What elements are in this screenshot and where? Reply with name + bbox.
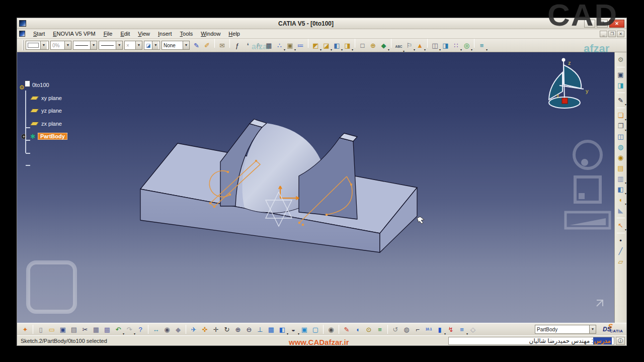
rotate-globe-icon[interactable]: ◍	[401, 324, 412, 334]
lock-update-icon[interactable]: ▣▾	[285, 41, 295, 50]
fit-all-in-icon[interactable]: ✜	[200, 324, 210, 334]
restore-button[interactable]: ❐	[597, 20, 608, 28]
line-weight-combo[interactable]: ▼	[73, 41, 97, 50]
annotation-text-icon[interactable]: ABC▾	[394, 42, 404, 52]
point-symbol-combo[interactable]: ×▼	[124, 41, 142, 50]
measure-between-icon[interactable]: ↔	[151, 324, 161, 334]
part-catalog-icon[interactable]: ▮▾	[435, 324, 445, 334]
tree-item-xy-plane[interactable]: xy plane	[30, 92, 67, 105]
doc-minimize-button[interactable]: _	[600, 31, 607, 37]
catalog-browser-icon[interactable]: ◨	[441, 41, 450, 50]
render-style-icon[interactable]: ◒▾	[288, 324, 298, 334]
copy-icon[interactable]: ▦	[91, 324, 101, 334]
snap-datum-icon[interactable]: ⌐	[413, 324, 423, 334]
list-options-icon[interactable]: ≡▾	[457, 324, 467, 334]
chevron-down-icon[interactable]: ▾	[625, 103, 626, 106]
material-grid-icon[interactable]: ∷▾	[451, 41, 461, 50]
paste-icon[interactable]: ▩	[102, 324, 112, 334]
chevron-down-icon[interactable]: ▾	[625, 192, 626, 195]
formula-fx-icon[interactable]: ƒ	[232, 41, 242, 50]
chevron-down-icon[interactable]: ▾	[486, 48, 488, 51]
text-note-icon[interactable]: A	[254, 41, 263, 50]
structure-tree-icon[interactable]: ∴▾	[275, 41, 284, 50]
tree-item-partbody[interactable]: + ✱ PartBody	[21, 130, 67, 143]
surface-analysis-icon[interactable]: ▲▾	[415, 41, 425, 50]
send-to-icon[interactable]: ✉	[217, 41, 227, 50]
render-mini-combo[interactable]: ◪▼	[144, 41, 160, 50]
chevron-down-icon[interactable]: ▼	[90, 41, 97, 49]
menu-edit[interactable]: Edit	[116, 30, 134, 37]
menu-start[interactable]: Start	[29, 30, 49, 37]
fill-color-combo[interactable]: ▼	[26, 41, 49, 50]
line-type-combo[interactable]: ▼	[99, 41, 123, 50]
paint-properties-icon[interactable]: ✎	[192, 41, 201, 50]
view-compass[interactable]: z y x	[549, 58, 589, 109]
pan-icon[interactable]: ✛	[211, 324, 221, 334]
relations-icon[interactable]: ≔	[296, 41, 305, 50]
focus-on-icon[interactable]: ◎▾	[462, 41, 471, 50]
menu-help[interactable]: Help	[224, 30, 244, 37]
tree-root-item[interactable]: ⚙ 0to100	[20, 78, 67, 92]
pad-surface-icon[interactable]: ❏▾	[616, 111, 625, 120]
chevron-down-icon[interactable]: ▾	[388, 48, 389, 51]
sew-surface-icon[interactable]: ◍	[616, 142, 625, 152]
chevron-down-icon[interactable]: ▾	[625, 202, 626, 206]
3d-viewport[interactable]: z y x	[17, 52, 614, 323]
multi-view-icon[interactable]: ▦	[266, 324, 276, 334]
menu-enovia-v5-vpm[interactable]: ENOVIA V5 VPM	[49, 30, 99, 37]
whats-this-help-icon[interactable]: ?	[135, 324, 145, 334]
active-body-combo[interactable]: PartBody ▼	[535, 325, 596, 334]
minimize-button[interactable]: —	[584, 20, 595, 28]
fly-mode-icon[interactable]: ✈	[189, 324, 199, 334]
pad-icon[interactable]: ▤	[616, 163, 625, 173]
normal-view-icon[interactable]: ⊥	[255, 324, 265, 334]
tree-item-zx-plane[interactable]: zx plane	[30, 117, 67, 130]
comment-icon[interactable]: ❛	[243, 41, 253, 50]
swap-visible-icon[interactable]: ≡	[375, 324, 385, 334]
chevron-down-icon[interactable]: ▾	[625, 128, 626, 132]
undo-icon[interactable]: ↶▾	[113, 324, 123, 334]
menu-view[interactable]: View	[134, 30, 154, 37]
plane-icon[interactable]: ▱	[616, 257, 625, 266]
print-icon[interactable]: ▤	[69, 324, 79, 334]
chevron-down-icon[interactable]: ▾	[471, 48, 472, 51]
update-gear-icon[interactable]: ⚙	[616, 55, 625, 64]
view-cube-iso-icon[interactable]: ◧▾	[332, 41, 342, 50]
window-view-icon[interactable]: ◨	[616, 80, 625, 90]
annotation-flag-icon[interactable]: ⚐▾	[405, 41, 414, 50]
view-cube-top-icon[interactable]: ◪▾	[321, 41, 331, 50]
select-arrow-icon[interactable]: ↖▾	[616, 221, 625, 230]
info-icon[interactable]: ⓘ	[616, 337, 625, 345]
zoom-out-icon[interactable]: ⊖	[244, 324, 254, 334]
screen-capture-icon[interactable]: ◉	[326, 324, 336, 334]
hole-icon[interactable]: ◉	[616, 153, 625, 162]
focus-3d-icon[interactable]: ⊙	[364, 324, 374, 334]
pen-analysis-icon[interactable]: ✎	[342, 324, 352, 334]
tree-item-yz-plane[interactable]: yz plane	[30, 105, 67, 118]
close-button[interactable]: ✕	[609, 20, 624, 28]
axis-target-icon[interactable]: ⊕	[368, 41, 378, 50]
shaded-solid-icon[interactable]: ◆▾	[379, 41, 388, 50]
view-cube-front-icon[interactable]: ◩▾	[311, 41, 320, 50]
chevron-down-icon[interactable]: ▾	[625, 228, 626, 231]
chevron-down-icon[interactable]: ▾	[625, 118, 626, 121]
pocket-icon[interactable]: ▥▾	[616, 174, 625, 184]
open-folder-icon[interactable]: ▭	[47, 324, 57, 334]
chevron-down-icon[interactable]: ▼	[116, 41, 122, 49]
chevron-down-icon[interactable]: ▾	[352, 48, 353, 51]
view-mode-right-icon[interactable]: ▢	[310, 324, 320, 334]
workbench-hand-icon[interactable]: ✦	[20, 324, 30, 334]
menu-window[interactable]: Window	[197, 30, 224, 37]
zoom-in-icon[interactable]: ⊕	[233, 324, 243, 334]
chevron-down-icon[interactable]: ▼	[589, 325, 596, 333]
erase-geometry-icon[interactable]: ◇	[468, 324, 478, 334]
measure-item-icon[interactable]: ◉	[162, 324, 172, 334]
chevron-down-icon[interactable]: ▼	[40, 41, 47, 49]
mass-properties-icon[interactable]: ◆	[173, 324, 183, 334]
chevron-down-icon[interactable]: ▾	[424, 48, 426, 51]
toolbar-grip[interactable]	[22, 40, 24, 50]
3d-scene[interactable]: z y x	[17, 52, 614, 323]
chevron-down-icon[interactable]: ▼	[183, 41, 189, 49]
error-tool-icon[interactable]: ↯	[446, 324, 456, 334]
layer-stack-icon[interactable]: ≡▾	[477, 41, 487, 50]
